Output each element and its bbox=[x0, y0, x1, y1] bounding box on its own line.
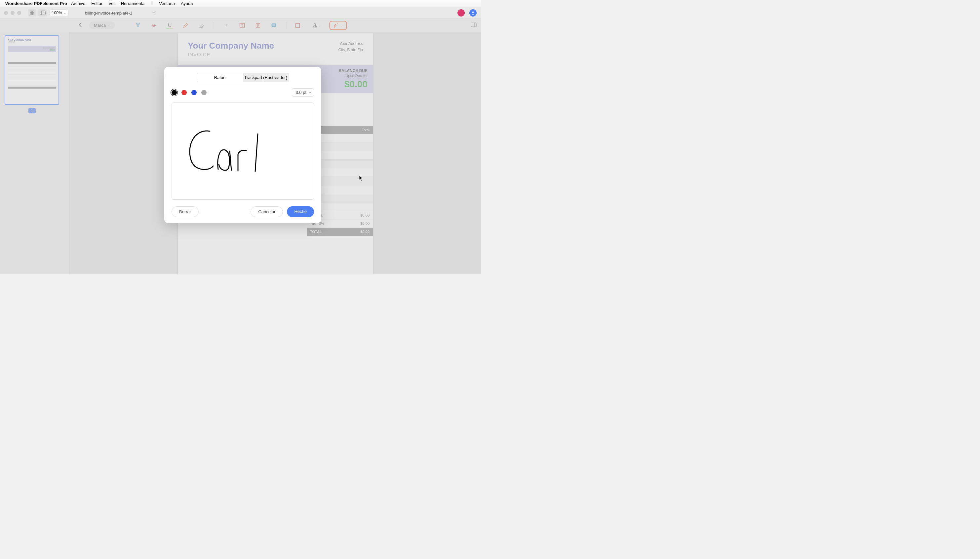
add-tab-button[interactable]: + bbox=[152, 10, 156, 17]
tab-trackpad[interactable]: Trackpad (Rastreador) bbox=[243, 73, 289, 82]
app-name[interactable]: Wondershare PDFelement Pro bbox=[5, 1, 67, 6]
grid-view-icon[interactable] bbox=[28, 9, 36, 17]
done-button[interactable]: Hecho bbox=[287, 206, 314, 217]
menu-editar[interactable]: Editar bbox=[91, 1, 102, 6]
color-black[interactable] bbox=[172, 90, 177, 95]
zoom-select[interactable]: 100% ⌄ bbox=[50, 10, 68, 16]
menu-ir[interactable]: Ir bbox=[150, 1, 153, 6]
mac-menubar: Wondershare PDFelement Pro Archivo Edita… bbox=[0, 0, 481, 7]
tab-mouse[interactable]: Ratón bbox=[197, 73, 243, 82]
color-red[interactable] bbox=[182, 90, 187, 95]
close-window-button[interactable] bbox=[4, 11, 8, 15]
color-blue[interactable] bbox=[192, 90, 197, 95]
signature-modal: Ratón Trackpad (Rastreador) 3.0 pt Borra… bbox=[164, 67, 321, 223]
signature-canvas[interactable] bbox=[172, 103, 314, 200]
clear-button[interactable]: Borrar bbox=[172, 206, 198, 217]
zoom-value: 100% bbox=[52, 11, 62, 15]
menu-archivo[interactable]: Archivo bbox=[71, 1, 85, 6]
svg-point-6 bbox=[472, 12, 474, 13]
menu-ayuda[interactable]: Ayuda bbox=[181, 1, 193, 6]
stroke-size-value: 3.0 pt bbox=[296, 90, 306, 95]
svg-rect-0 bbox=[30, 11, 32, 13]
menu-ventana[interactable]: Ventana bbox=[159, 1, 175, 6]
signature-drawing bbox=[182, 125, 274, 177]
svg-rect-2 bbox=[30, 13, 32, 15]
chevron-down-icon: ⌄ bbox=[63, 11, 66, 15]
view-mode-buttons bbox=[28, 9, 47, 17]
color-swatches bbox=[172, 90, 207, 95]
color-gray[interactable] bbox=[201, 90, 207, 95]
svg-rect-3 bbox=[32, 13, 34, 15]
svg-rect-4 bbox=[40, 11, 45, 15]
document-tab[interactable]: billing-invoice-template-1 bbox=[85, 11, 132, 15]
traffic-lights bbox=[0, 11, 25, 15]
vs-badge-icon[interactable] bbox=[458, 9, 465, 17]
svg-rect-1 bbox=[32, 11, 34, 13]
maximize-window-button[interactable] bbox=[17, 11, 21, 15]
window-chrome: 100% ⌄ billing-invoice-template-1 + bbox=[0, 7, 481, 19]
cancel-button[interactable]: Cancelar bbox=[251, 206, 283, 217]
user-avatar-icon[interactable] bbox=[469, 9, 477, 17]
menu-herramienta[interactable]: Herramienta bbox=[121, 1, 145, 6]
stroke-size-select[interactable]: 3.0 pt bbox=[292, 88, 314, 96]
sidebar-toggle-icon[interactable] bbox=[38, 9, 47, 17]
minimize-window-button[interactable] bbox=[11, 11, 15, 15]
menu-ver[interactable]: Ver bbox=[108, 1, 115, 6]
input-method-tabs: Ratón Trackpad (Rastreador) bbox=[197, 73, 289, 82]
